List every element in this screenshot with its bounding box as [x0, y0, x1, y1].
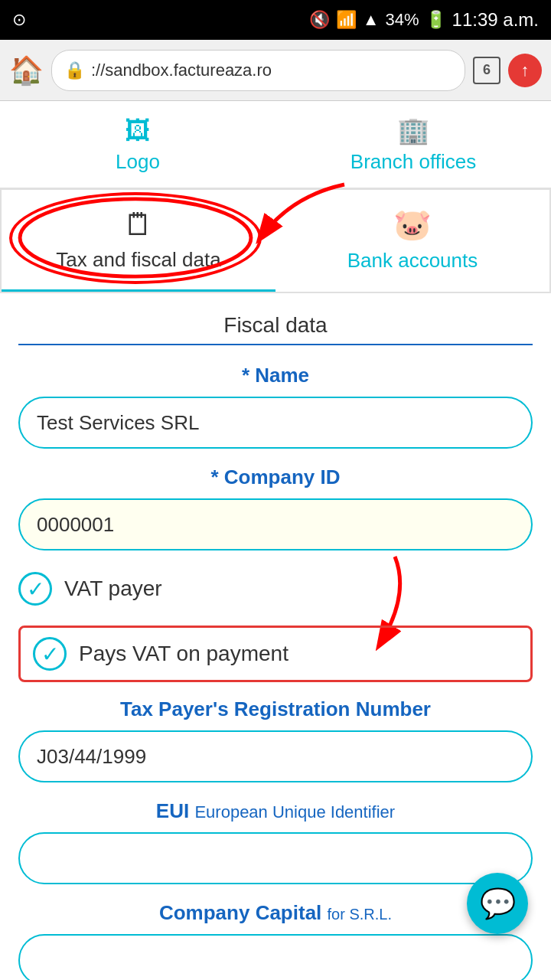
company-capital-input[interactable]: [18, 934, 533, 980]
name-label: * Name: [18, 364, 533, 387]
tab-bank-label: Bank accounts: [347, 249, 478, 273]
tab-bank-accounts[interactable]: 🐷 Bank accounts: [276, 190, 549, 292]
company-id-label: * Company ID: [18, 466, 533, 489]
tab-logo[interactable]: 🖼 Logo: [0, 101, 276, 188]
name-input[interactable]: [18, 397, 533, 449]
lock-icon: 🔒: [64, 60, 85, 80]
top-tabs: 🖼 Logo 🏢 Branch offices: [0, 101, 551, 188]
branch-icon: 🏢: [397, 115, 429, 145]
eui-description: European Unique Identifier: [194, 802, 395, 822]
wifi-icon: 📶: [336, 10, 357, 30]
pays-vat-checkbox[interactable]: ✓: [33, 637, 67, 671]
url-text: ://sandbox.factureaza.ro: [91, 60, 272, 80]
eui-label-text: EUI: [156, 799, 189, 822]
eui-input[interactable]: [18, 832, 533, 884]
browser-bar: 🏠 🔒 ://sandbox.factureaza.ro 6 ↑: [0, 40, 551, 101]
home-icon[interactable]: 🏠: [9, 54, 44, 87]
tab-tax-fiscal[interactable]: 🗒 Tax and fiscal data: [2, 190, 276, 292]
taxpayer-input[interactable]: [18, 730, 533, 782]
vat-payer-checkbox[interactable]: ✓: [18, 572, 52, 606]
tab-logo-label: Logo: [116, 150, 160, 174]
chat-icon: 💬: [480, 887, 516, 920]
fiscal-data-title: Fiscal data: [18, 293, 533, 345]
form-section: Fiscal data * Name * Company ID ✓ VAT pa…: [0, 293, 551, 980]
company-capital-text: Company Capital: [159, 901, 321, 924]
section-tabs: 🗒 Tax and fiscal data 🐷 Bank accounts: [0, 188, 551, 293]
tab-count[interactable]: 6: [473, 57, 500, 84]
tab-tax-fiscal-label: Tax and fiscal data: [56, 248, 220, 272]
company-capital-sub: for S.R.L.: [328, 906, 392, 923]
chat-fab-button[interactable]: 💬: [467, 873, 528, 934]
pays-vat-box: ✓ Pays VAT on payment: [18, 626, 533, 682]
company-id-input[interactable]: [18, 498, 533, 550]
refresh-button[interactable]: ↑: [508, 54, 542, 87]
company-capital-label: Company Capital for S.R.L.: [18, 901, 533, 925]
status-bar: ⊙ 🔇 📶 ▲ 34% 🔋 11:39 a.m.: [0, 0, 551, 40]
tab-branch-offices[interactable]: 🏢 Branch offices: [276, 101, 551, 188]
taxpayer-label: Tax Payer's Registration Number: [18, 697, 533, 721]
vat-payer-row: ✓ VAT payer: [18, 567, 533, 610]
signal-icon: ▲: [363, 10, 380, 30]
vat-payer-label: VAT payer: [64, 577, 162, 601]
battery-text: 34%: [386, 10, 419, 30]
address-bar[interactable]: 🔒 ://sandbox.factureaza.ro: [51, 50, 465, 91]
main-content: 🖼 Logo 🏢 Branch offices 🗒 Tax and fiscal…: [0, 101, 551, 980]
eui-label: EUI European Unique Identifier: [18, 799, 533, 823]
status-time: 11:39 a.m.: [452, 9, 539, 31]
status-right-icons: 🔇 📶 ▲ 34% 🔋 11:39 a.m.: [309, 9, 539, 31]
app-icon: ⊙: [12, 10, 26, 30]
bank-icon: 🐷: [393, 207, 432, 243]
pays-vat-label: Pays VAT on payment: [79, 642, 289, 666]
tax-fiscal-icon: 🗒: [123, 207, 154, 242]
status-left-icons: ⊙: [12, 10, 26, 30]
battery-icon: 🔋: [425, 10, 446, 30]
mute-icon: 🔇: [309, 10, 330, 30]
section-tabs-container: 🗒 Tax and fiscal data 🐷 Bank accounts: [0, 188, 551, 293]
logo-icon: 🖼: [125, 116, 151, 145]
tab-branch-label: Branch offices: [350, 150, 476, 174]
